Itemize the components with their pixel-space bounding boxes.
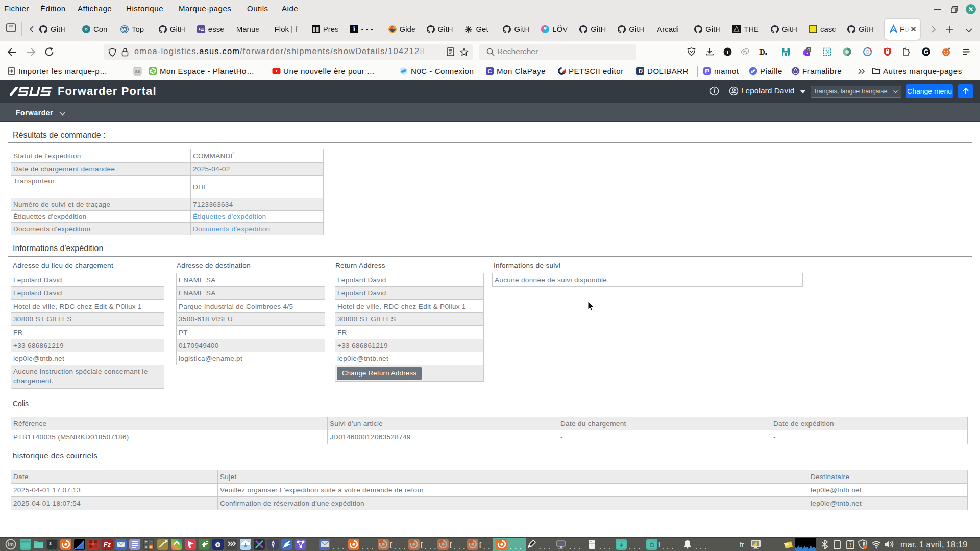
svg-text:=: =	[150, 544, 152, 549]
svg-text:×: ×	[145, 545, 148, 549]
svg-text:$_: $_	[49, 541, 54, 546]
svg-text:+: +	[145, 539, 148, 544]
svg-text:lm: lm	[8, 542, 14, 547]
svg-text:−: −	[150, 539, 152, 544]
svg-text:!: !	[849, 542, 851, 548]
svg-text:Fz: Fz	[104, 541, 111, 548]
